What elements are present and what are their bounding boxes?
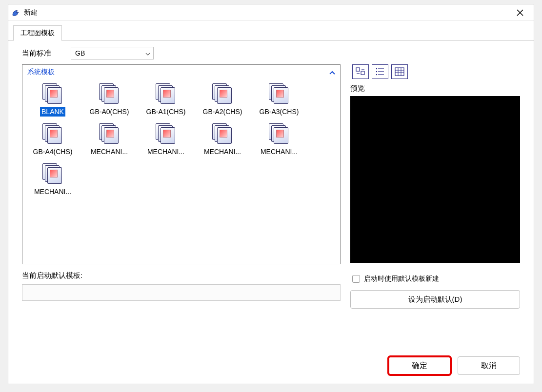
standard-value: GB (75, 49, 85, 57)
template-list[interactable]: 系统模板 BLANKGB-A0(CHS)GB-A1(CHS)GB-A2(CHS)… (22, 64, 341, 264)
standard-label: 当前标准 (22, 49, 51, 58)
template-icon (212, 123, 233, 144)
view-mode-buttons (352, 64, 520, 79)
template-icon (156, 123, 176, 144)
template-item[interactable]: GB-A1(CHS) (140, 81, 192, 117)
template-icon (99, 123, 120, 144)
template-icon (269, 123, 289, 144)
preview-area (350, 96, 520, 263)
close-button[interactable] (510, 5, 530, 20)
cancel-button[interactable]: 取消 (458, 356, 520, 375)
svg-rect-10 (395, 68, 404, 76)
titlebar: 新建 (8, 4, 534, 21)
chevron-down-icon (145, 49, 150, 57)
group-header[interactable]: 系统模板 (26, 67, 336, 78)
tab-drawing-templates[interactable]: 工程图模板 (13, 25, 62, 41)
template-item[interactable]: MECHANI... (83, 121, 136, 157)
view-large-icons-button[interactable] (352, 64, 369, 79)
template-item[interactable]: MECHANI... (196, 121, 249, 157)
template-label: MECHANI... (33, 187, 73, 196)
template-icon (269, 83, 289, 104)
preview-label: 预览 (350, 84, 520, 93)
template-item[interactable]: MECHANI... (26, 161, 79, 196)
svg-rect-0 (356, 68, 360, 71)
template-label: GB-A2(CHS) (201, 107, 244, 117)
cancel-label: 取消 (481, 361, 497, 371)
template-icon (156, 83, 176, 104)
svg-point-4 (376, 68, 377, 69)
right-column: 预览 启动时使用默认模板新建 设为启动默认(D) (350, 64, 520, 351)
template-label: GB-A0(CHS) (88, 107, 131, 117)
template-icon (42, 83, 63, 104)
ok-label: 确定 (412, 361, 427, 371)
template-label: MECHANI... (259, 147, 299, 157)
view-details-button[interactable] (391, 64, 408, 79)
app-icon (11, 8, 20, 17)
template-icon (42, 123, 63, 144)
template-icon (99, 83, 120, 104)
main-row: 系统模板 BLANKGB-A0(CHS)GB-A1(CHS)GB-A2(CHS)… (22, 64, 520, 351)
view-list-button[interactable] (372, 64, 388, 79)
template-label: MECHANI... (89, 147, 129, 157)
dialog-title: 新建 (24, 8, 510, 17)
template-label: GB-A4(CHS) (32, 147, 74, 157)
template-item[interactable]: GB-A0(CHS) (83, 81, 136, 117)
template-item[interactable]: GB-A3(CHS) (253, 81, 305, 117)
left-column: 系统模板 BLANKGB-A0(CHS)GB-A1(CHS)GB-A2(CHS)… (22, 64, 341, 351)
template-item[interactable]: BLANK (26, 81, 79, 117)
use-default-checkbox[interactable] (352, 275, 360, 283)
set-default-label: 设为启动默认(D) (408, 295, 462, 304)
tab-strip: 工程图模板 (8, 21, 534, 40)
tab-content: 当前标准 GB 系统模板 BLANKGB-A0(CHS)GB-A1(CH (8, 40, 534, 356)
template-label: GB-A3(CHS) (258, 107, 301, 117)
default-template-label: 当前启动默认模板: (22, 271, 341, 280)
standard-combobox[interactable]: GB (71, 47, 154, 59)
template-label: MECHANI... (146, 147, 186, 157)
use-default-checkbox-row[interactable]: 启动时使用默认模板新建 (350, 274, 520, 283)
svg-rect-1 (361, 71, 364, 75)
template-icon (42, 163, 63, 184)
template-item[interactable]: GB-A2(CHS) (196, 81, 249, 117)
template-item[interactable]: MECHANI... (140, 121, 192, 157)
template-item[interactable]: GB-A4(CHS) (26, 121, 79, 157)
template-grid: BLANKGB-A0(CHS)GB-A1(CHS)GB-A2(CHS)GB-A3… (26, 78, 336, 196)
use-default-label: 启动时使用默认模板新建 (364, 274, 439, 283)
template-icon (212, 83, 233, 104)
template-label: MECHANI... (202, 147, 242, 157)
template-label: GB-A1(CHS) (145, 107, 187, 117)
set-default-button[interactable]: 设为启动默认(D) (350, 290, 520, 309)
svg-point-6 (376, 71, 377, 72)
template-label: BLANK (40, 107, 65, 117)
template-item[interactable]: MECHANI... (253, 121, 305, 157)
default-template-path (22, 284, 341, 301)
group-title: 系统模板 (27, 68, 55, 77)
new-dialog: 新建 工程图模板 当前标准 GB 系统模板 (8, 4, 534, 384)
svg-point-8 (376, 74, 377, 75)
chevron-up-icon (329, 68, 335, 76)
ok-button[interactable]: 确定 (388, 356, 451, 375)
dialog-footer: 确定 取消 (8, 356, 534, 384)
standard-row: 当前标准 GB (22, 47, 520, 59)
